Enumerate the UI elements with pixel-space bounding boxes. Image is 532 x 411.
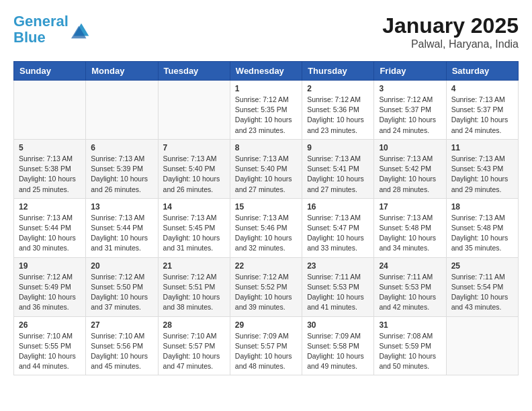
day-info: Sunrise: 7:13 AMSunset: 5:37 PMDaylight:… xyxy=(451,95,513,136)
day-number: 17 xyxy=(379,202,441,212)
day-number: 22 xyxy=(235,261,297,271)
day-number: 8 xyxy=(235,143,297,152)
calendar-cell: 3Sunrise: 7:12 AMSunset: 5:37 PMDaylight… xyxy=(374,81,446,140)
day-info: Sunrise: 7:13 AMSunset: 5:38 PMDaylight:… xyxy=(19,154,81,195)
header: General Blue January 2025 Palwal, Haryan… xyxy=(13,13,519,50)
calendar-cell: 1Sunrise: 7:12 AMSunset: 5:35 PMDaylight… xyxy=(230,81,302,140)
day-number: 6 xyxy=(91,143,152,152)
weekday-header-wednesday: Wednesday xyxy=(230,62,302,81)
day-number: 15 xyxy=(235,202,297,212)
calendar-cell xyxy=(158,81,230,140)
calendar-cell: 5Sunrise: 7:13 AMSunset: 5:38 PMDaylight… xyxy=(14,139,86,198)
weekday-header-saturday: Saturday xyxy=(446,62,518,81)
day-number: 10 xyxy=(379,143,441,152)
day-info: Sunrise: 7:13 AMSunset: 5:40 PMDaylight:… xyxy=(235,154,297,195)
week-row-3: 12Sunrise: 7:13 AMSunset: 5:44 PMDayligh… xyxy=(14,198,519,257)
day-info: Sunrise: 7:13 AMSunset: 5:42 PMDaylight:… xyxy=(379,154,441,195)
page: General Blue January 2025 Palwal, Haryan… xyxy=(0,0,532,382)
day-info: Sunrise: 7:11 AMSunset: 5:53 PMDaylight:… xyxy=(307,272,369,313)
day-info: Sunrise: 7:13 AMSunset: 5:43 PMDaylight:… xyxy=(451,154,513,195)
title-block: January 2025 Palwal, Haryana, India xyxy=(382,13,519,50)
calendar-cell: 28Sunrise: 7:10 AMSunset: 5:57 PMDayligh… xyxy=(158,316,230,375)
day-info: Sunrise: 7:12 AMSunset: 5:36 PMDaylight:… xyxy=(307,95,369,136)
calendar-subtitle: Palwal, Haryana, India xyxy=(382,38,519,50)
day-number: 31 xyxy=(379,320,441,330)
day-info: Sunrise: 7:13 AMSunset: 5:44 PMDaylight:… xyxy=(19,213,81,254)
day-info: Sunrise: 7:08 AMSunset: 5:59 PMDaylight:… xyxy=(379,331,441,372)
weekday-header-row: SundayMondayTuesdayWednesdayThursdayFrid… xyxy=(14,62,519,81)
day-number: 12 xyxy=(19,202,81,212)
day-info: Sunrise: 7:13 AMSunset: 5:48 PMDaylight:… xyxy=(379,213,441,254)
calendar-cell: 17Sunrise: 7:13 AMSunset: 5:48 PMDayligh… xyxy=(374,198,446,257)
logo-icon xyxy=(71,19,91,40)
day-info: Sunrise: 7:13 AMSunset: 5:47 PMDaylight:… xyxy=(307,213,369,254)
calendar-table: SundayMondayTuesdayWednesdayThursdayFrid… xyxy=(13,61,519,375)
week-row-1: 1Sunrise: 7:12 AMSunset: 5:35 PMDaylight… xyxy=(14,81,519,140)
day-number: 23 xyxy=(307,261,369,271)
day-number: 13 xyxy=(91,202,152,212)
calendar-cell xyxy=(86,81,158,140)
calendar-cell: 9Sunrise: 7:13 AMSunset: 5:41 PMDaylight… xyxy=(302,139,374,198)
logo-blue: Blue xyxy=(13,29,46,46)
calendar-title: January 2025 xyxy=(382,13,519,38)
calendar-cell: 30Sunrise: 7:09 AMSunset: 5:58 PMDayligh… xyxy=(302,316,374,375)
calendar-cell: 15Sunrise: 7:13 AMSunset: 5:46 PMDayligh… xyxy=(230,198,302,257)
day-number: 18 xyxy=(451,202,513,212)
day-info: Sunrise: 7:09 AMSunset: 5:57 PMDaylight:… xyxy=(235,331,297,372)
calendar-cell: 12Sunrise: 7:13 AMSunset: 5:44 PMDayligh… xyxy=(14,198,86,257)
day-number: 24 xyxy=(379,261,441,271)
day-info: Sunrise: 7:13 AMSunset: 5:40 PMDaylight:… xyxy=(163,154,225,195)
day-number: 7 xyxy=(163,143,225,152)
logo-general: General xyxy=(13,13,69,30)
week-row-2: 5Sunrise: 7:13 AMSunset: 5:38 PMDaylight… xyxy=(14,139,519,198)
day-info: Sunrise: 7:13 AMSunset: 5:45 PMDaylight:… xyxy=(163,213,225,254)
day-info: Sunrise: 7:11 AMSunset: 5:53 PMDaylight:… xyxy=(379,272,441,313)
day-number: 19 xyxy=(19,261,81,271)
day-number: 26 xyxy=(19,320,81,330)
calendar-cell: 21Sunrise: 7:12 AMSunset: 5:51 PMDayligh… xyxy=(158,257,230,316)
calendar-cell: 20Sunrise: 7:12 AMSunset: 5:50 PMDayligh… xyxy=(86,257,158,316)
logo: General Blue xyxy=(13,13,91,46)
day-info: Sunrise: 7:13 AMSunset: 5:41 PMDaylight:… xyxy=(307,154,369,195)
day-info: Sunrise: 7:13 AMSunset: 5:39 PMDaylight:… xyxy=(91,154,152,195)
week-row-5: 26Sunrise: 7:10 AMSunset: 5:55 PMDayligh… xyxy=(14,316,519,375)
calendar-cell: 19Sunrise: 7:12 AMSunset: 5:49 PMDayligh… xyxy=(14,257,86,316)
calendar-cell: 11Sunrise: 7:13 AMSunset: 5:43 PMDayligh… xyxy=(446,139,518,198)
day-number: 27 xyxy=(91,320,152,330)
week-row-4: 19Sunrise: 7:12 AMSunset: 5:49 PMDayligh… xyxy=(14,257,519,316)
weekday-header-monday: Monday xyxy=(86,62,158,81)
day-info: Sunrise: 7:10 AMSunset: 5:57 PMDaylight:… xyxy=(163,331,225,372)
calendar-cell xyxy=(14,81,86,140)
day-info: Sunrise: 7:13 AMSunset: 5:44 PMDaylight:… xyxy=(91,213,152,254)
calendar-cell: 25Sunrise: 7:11 AMSunset: 5:54 PMDayligh… xyxy=(446,257,518,316)
weekday-header-sunday: Sunday xyxy=(14,62,86,81)
day-info: Sunrise: 7:10 AMSunset: 5:56 PMDaylight:… xyxy=(91,331,152,372)
day-info: Sunrise: 7:12 AMSunset: 5:52 PMDaylight:… xyxy=(235,272,297,313)
day-number: 5 xyxy=(19,143,81,152)
day-number: 9 xyxy=(307,143,369,152)
calendar-cell xyxy=(446,316,518,375)
day-number: 20 xyxy=(91,261,152,271)
day-info: Sunrise: 7:12 AMSunset: 5:35 PMDaylight:… xyxy=(235,95,297,136)
weekday-header-friday: Friday xyxy=(374,62,446,81)
day-number: 3 xyxy=(379,84,441,93)
day-info: Sunrise: 7:12 AMSunset: 5:50 PMDaylight:… xyxy=(91,272,152,313)
calendar-cell: 23Sunrise: 7:11 AMSunset: 5:53 PMDayligh… xyxy=(302,257,374,316)
day-info: Sunrise: 7:10 AMSunset: 5:55 PMDaylight:… xyxy=(19,331,81,372)
day-number: 11 xyxy=(451,143,513,152)
calendar-cell: 27Sunrise: 7:10 AMSunset: 5:56 PMDayligh… xyxy=(86,316,158,375)
calendar-cell: 7Sunrise: 7:13 AMSunset: 5:40 PMDaylight… xyxy=(158,139,230,198)
day-info: Sunrise: 7:13 AMSunset: 5:48 PMDaylight:… xyxy=(451,213,513,254)
day-number: 4 xyxy=(451,84,513,93)
calendar-cell: 14Sunrise: 7:13 AMSunset: 5:45 PMDayligh… xyxy=(158,198,230,257)
day-number: 30 xyxy=(307,320,369,330)
calendar-cell: 31Sunrise: 7:08 AMSunset: 5:59 PMDayligh… xyxy=(374,316,446,375)
day-number: 25 xyxy=(451,261,513,271)
day-info: Sunrise: 7:09 AMSunset: 5:58 PMDaylight:… xyxy=(307,331,369,372)
calendar-cell: 16Sunrise: 7:13 AMSunset: 5:47 PMDayligh… xyxy=(302,198,374,257)
day-number: 16 xyxy=(307,202,369,212)
weekday-header-tuesday: Tuesday xyxy=(158,62,230,81)
calendar-cell: 24Sunrise: 7:11 AMSunset: 5:53 PMDayligh… xyxy=(374,257,446,316)
weekday-header-thursday: Thursday xyxy=(302,62,374,81)
day-info: Sunrise: 7:12 AMSunset: 5:37 PMDaylight:… xyxy=(379,95,441,136)
